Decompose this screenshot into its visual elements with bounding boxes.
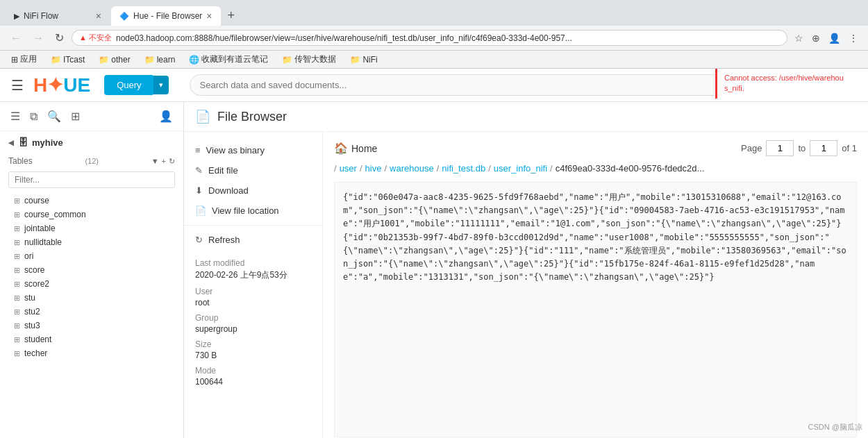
view-file-location-btn[interactable]: 📄 View file location [184, 201, 322, 221]
table-item[interactable]: ⊞stu3 [0, 319, 183, 332]
tables-header: Tables (12) ▼ + ↻ [0, 153, 183, 169]
refresh-icon: ↻ [195, 235, 203, 245]
table-icon: ⊞ [14, 252, 20, 261]
sidebar-list-icon[interactable]: ☰ [8, 108, 22, 125]
bookmark-apps[interactable]: ⊞ 应用 [7, 53, 41, 66]
add-table-btn[interactable]: + [162, 157, 166, 166]
refresh-tables-btn[interactable]: ↻ [169, 157, 175, 166]
table-icon: ⊞ [14, 280, 20, 289]
table-icon: ⊞ [14, 210, 20, 219]
query-button[interactable]: Query [104, 75, 153, 95]
back-button[interactable]: ← [7, 31, 25, 46]
download-btn[interactable]: ⬇ Download [184, 180, 322, 201]
nifi-tab-close[interactable]: × [96, 11, 101, 21]
bookmark-chuanzhi[interactable]: 📁 传智大数据 [278, 53, 340, 66]
bookmark-learn[interactable]: 📁 learn [140, 54, 180, 65]
menu-button[interactable]: ⋮ [846, 31, 861, 45]
db-collapse-arrow: ◀ [8, 139, 14, 146]
bookmark-button[interactable]: ☆ [792, 31, 806, 45]
table-icon: ⊞ [14, 196, 20, 205]
nifi-tab-icon: ▶ [14, 12, 19, 21]
address-bar[interactable]: ▲ 不安全 node03.hadoop.com:8888/hue/filebro… [72, 30, 787, 46]
fb-breadcrumb: / user / hive / warehouse / nifi_test.db… [334, 163, 857, 174]
query-dropdown-button[interactable]: ▾ [153, 76, 169, 94]
breadcrumb-user-info-nifi[interactable]: user_info_nifi [494, 163, 547, 174]
table-item[interactable]: ⊞score2 [0, 277, 183, 291]
new-tab-button[interactable]: + [222, 6, 241, 26]
table-item[interactable]: ⊞course [0, 194, 183, 208]
page-label: Page [741, 143, 762, 153]
file-browser-header: 📄 File Browser [184, 102, 868, 132]
bookmark-itcast[interactable]: 📁 ITcast [47, 54, 89, 65]
extensions-button[interactable]: ⊕ [809, 31, 823, 45]
table-item[interactable]: ⊞techer [0, 346, 183, 360]
sidebar-grid-icon[interactable]: ⊞ [69, 108, 82, 125]
table-filter-input[interactable] [8, 171, 175, 188]
bookmark-nifi[interactable]: 📁 NiFi [346, 54, 381, 65]
fb-top-bar: 🏠 Home Page to of 1 [334, 140, 857, 156]
table-item[interactable]: ⊞stu2 [0, 305, 183, 319]
breadcrumb-warehouse[interactable]: warehouse [390, 163, 434, 174]
edit-file-btn[interactable]: ✎ Edit file [184, 160, 322, 180]
table-item[interactable]: ⊞ori [0, 249, 183, 263]
sidebar-person-icon[interactable]: 👤 [157, 108, 175, 125]
table-item[interactable]: ⊞score [0, 263, 183, 277]
breadcrumb-user[interactable]: user [340, 163, 357, 174]
size-label: Size [195, 339, 311, 349]
address-text: node03.hadoop.com:8888/hue/filebrowser/v… [116, 33, 780, 43]
home-link[interactable]: 🏠 Home [334, 142, 377, 155]
refresh-btn[interactable]: ↻ Refresh [184, 230, 322, 250]
filter-tables-btn[interactable]: ▼ [151, 157, 159, 166]
breadcrumb-sep: / [550, 163, 553, 174]
download-icon: ⬇ [195, 185, 203, 196]
table-item[interactable]: ⊞student [0, 332, 183, 346]
table-item[interactable]: ⊞stu [0, 291, 183, 305]
reload-button[interactable]: ↻ [51, 30, 67, 46]
tables-actions: ▼ + ↻ [151, 157, 175, 166]
mode-label: Mode [195, 366, 311, 376]
breadcrumb-nifi-test-db[interactable]: nifi_test.db [442, 163, 485, 174]
bookmarks-bar: ⊞ 应用 📁 ITcast 📁 other 📁 learn 🌐 收藏到有道云笔记… [0, 51, 868, 69]
edit-icon: ✎ [195, 165, 203, 176]
breadcrumb-sep: / [360, 163, 362, 174]
fb-content-area[interactable]: {"id":"060e047a-aac8-4235-9625-5fd9f768a… [334, 182, 857, 437]
hue-tab-close[interactable]: × [206, 11, 212, 21]
logo-ue: UE [63, 74, 90, 96]
table-icon: ⊞ [14, 238, 20, 247]
tab-nifi-flow[interactable]: ▶ NiFi Flow × [6, 6, 110, 26]
hue-body: ☰ ⧉ 🔍 ⊞ 👤 ◀ 🗄 myhive Tables (12) ▼ + ↻ [0, 102, 868, 438]
tab-hue-file-browser[interactable]: 🔷 Hue - File Browser × [111, 6, 221, 26]
hue-menu-button[interactable]: ☰ [8, 74, 26, 96]
tables-label: Tables [8, 156, 33, 166]
hue-tab-icon: 🔷 [119, 12, 129, 21]
hue-header: ☰ H✦UE Query ▾ Cannot access: /user/hive… [0, 69, 868, 102]
table-icon: ⊞ [14, 335, 20, 344]
file-browser-content: ≡ View as binary ✎ Edit file ⬇ Download … [184, 132, 868, 438]
page-input[interactable] [766, 140, 794, 156]
page-total-input[interactable] [810, 140, 837, 156]
binary-icon: ≡ [195, 145, 201, 155]
forward-button[interactable]: → [29, 31, 47, 46]
last-modified-label: Last modified [195, 258, 311, 268]
user-label: User [195, 287, 311, 296]
view-as-binary-btn[interactable]: ≡ View as binary [184, 140, 322, 160]
nifi-tab-label: NiFi Flow [24, 11, 58, 21]
table-item[interactable]: ⊞nullidtable [0, 235, 183, 249]
table-item[interactable]: ⊞course_common [0, 208, 183, 221]
group-label: Group [195, 313, 311, 323]
breadcrumb-sep: / [384, 163, 387, 174]
hue-logo: H✦UE [33, 74, 90, 96]
query-button-group: Query ▾ [97, 75, 168, 95]
bookmark-other[interactable]: 📁 other [94, 54, 134, 65]
fb-meta: Last modified 2020-02-26 上午9点53分 User ro… [184, 250, 322, 401]
profile-button[interactable]: 👤 [826, 31, 843, 45]
file-browser-icon: 📄 [195, 109, 210, 124]
bookmark-youdao[interactable]: 🌐 收藏到有道云笔记 [185, 53, 272, 66]
security-badge: ▲ 不安全 [79, 33, 112, 43]
sidebar-copy-icon[interactable]: ⧉ [28, 108, 40, 125]
table-icon: ⊞ [14, 308, 20, 317]
sidebar-db-header[interactable]: ◀ 🗄 myhive [0, 131, 183, 153]
table-item[interactable]: ⊞jointable [0, 221, 183, 235]
sidebar-search-icon[interactable]: 🔍 [45, 108, 63, 125]
breadcrumb-hive[interactable]: hive [365, 163, 382, 174]
